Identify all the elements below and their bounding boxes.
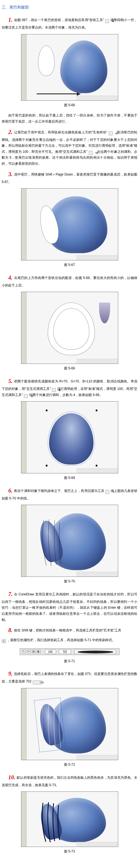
step-number-5: 5. (8, 378, 12, 384)
figure-5-73-caption: 图 5-73 (2, 848, 137, 855)
figure-5-71: ✎✒▤◧ 100 702 (2, 647, 137, 657)
figure-5-71-caption: 图 5-71 (2, 658, 137, 664)
figure-5-70 (2, 505, 137, 577)
step-number-7: 7. (8, 591, 12, 597)
step-1-paragraph: 1. 如图 067，画出一个尾巴的形状，原地复制后再用“形状工具” ◆ 调整得稍… (2, 15, 137, 31)
tail-black-lines-svg (38, 801, 65, 843)
value-box-icon: 702 (33, 681, 42, 684)
figure-5-66-caption: 图 5-66 (2, 102, 137, 108)
figure-5-72-image (21, 688, 118, 760)
blend-tool-icon-2: ▤ (24, 394, 28, 398)
step-number-6: 6. (8, 488, 12, 494)
figure-5-66-image (21, 34, 118, 101)
figure-5-66 (2, 34, 137, 101)
step-number-4: 4. (8, 275, 12, 281)
section-heading: 三、尾巴和腹部 (2, 4, 137, 11)
step-number-2: 2. (8, 129, 12, 135)
bezier-tool-icon: ✎ (105, 490, 109, 494)
step-8b-paragraph: ✒ ，观察它的属性栏，我们选择笔刷工具，再选择如图 5-71 中的笔刷样式。 (2, 637, 137, 643)
step-number-3: 3. (8, 171, 12, 177)
step-6-paragraph: 6. 将这个调和对象下移到身体之下、尾巴之上，再用贝赛尔工具 ✎ 画上图画几条形… (2, 486, 137, 502)
figure-5-67-caption: 图 5-67 (2, 262, 137, 268)
figure-5-72-caption: 图 5-72 (2, 762, 137, 768)
step-2-text-a: 让尾巴处于选中状态，再用鼠标右击颜色面板上方的“无色样块” (14, 130, 108, 134)
step-5-text-c: 对两个对象进行调和，步数为 4，效果如图 5-69。 (29, 393, 103, 397)
artistic-brush-tool-icon: ✒ (2, 639, 6, 643)
step-8-text: 按住 Shift 键，把刚才的线条一根根选中，再选择工具栏里的“艺术笔”工具 (14, 628, 121, 632)
figure-5-70-caption: 图 5-70 (2, 579, 137, 585)
step-4-paragraph: 4. 在尾巴的上方再画两个形状近似的图形，如图 5-68。要先画大的再画小的，以… (2, 273, 137, 289)
step-7-text: 在 CorelDraw 里用贝赛尔工具画线时，默认的情况是只有当前的线才封闭，所… (2, 592, 137, 622)
blend-tool-icon: ▤ (89, 151, 93, 155)
step-6-text-a: 将这个调和对象下移到身体之下、尾巴之上，再用贝赛尔工具 (14, 489, 104, 493)
tail-lines-svg (38, 517, 66, 567)
figure-5-69 (2, 401, 137, 473)
step-5-paragraph: 5. 把两个图形都填充成颜色值为 R=70、G=70、B=110 的颜色，取消边… (2, 376, 137, 398)
step-8b-text: ，观察它的属性栏，我们选择笔刷工具，再选择如图 5-71 中的笔刷样式。 (7, 638, 115, 642)
step-number-1: 1. (8, 17, 12, 23)
figure-5-67-image (21, 188, 118, 260)
figure-5-70-image (21, 505, 118, 577)
step-3-paragraph: 3. 选中尾巴，用快捷键 Shift＋Page Down，直接把尾巴置于图像的最… (2, 169, 137, 185)
svg-point-0 (77, 651, 113, 653)
step-7-paragraph: 7. 在 CorelDraw 里用贝赛尔工具画线时，默认的情况是只有当前的线才封… (2, 589, 137, 623)
figure-5-72 (2, 688, 137, 760)
step-8-paragraph: 8. 按住 Shift 键，把刚才的线条一根根选中，再选择工具栏里的“艺术笔”工… (2, 625, 137, 635)
step-number-9: 9. (8, 671, 12, 677)
figure-5-69-image (21, 401, 118, 473)
figure-5-68 (2, 292, 137, 364)
step-2-paragraph: 2. 让尾巴处于选中状态，再用鼠标右击颜色面板上方的“无色样块” ⊠ ，取消尾巴… (2, 127, 137, 167)
step-9-paragraph: 9. 选择笔刷后，尾巴上条调的线条有了变化，如图 073。但是要注意更改属性栏里… (2, 669, 137, 685)
figure-5-73-image (21, 792, 118, 847)
figure-5-69-caption: 图 5-69 (2, 475, 137, 481)
step-4-text: 在尾巴的上方再画两个形状近似的图形，如图 5-68。要先画大的再画小的，以确保小… (2, 276, 137, 287)
figure-5-68-image (21, 292, 118, 364)
step-10-paragraph: 10. 默认的笔刷是无填充色的，我们点击四色面板上的黑色色块，为其填充为黑色。全… (2, 772, 137, 788)
no-color-swatch-icon: ⊠ (109, 131, 113, 135)
figure-5-67 (2, 188, 137, 260)
shape-tool-icon: ◆ (105, 19, 109, 23)
step-3-text: 选中尾巴，用快捷键 Shift＋Page Down，直接把尾巴置于图像的最底层，… (2, 173, 137, 184)
step-1-text-a: 如图 067，画出一个尾巴的形状，原地复制后再用“形状工具” (14, 18, 104, 22)
step-number-10: 10. (8, 774, 15, 780)
transparency-tool-icon: ◧ (52, 388, 56, 392)
figure-5-73 (2, 792, 137, 847)
step-9-text: 选择笔刷后，尾巴上条调的线条有了变化，如图 073。但是要注意更改属性栏里的数值… (2, 672, 137, 683)
paragraph-after-566: 由于尾巴是斜画的，所以处于最上层，挡住了一部分身体。但为了操作方便，不要急于将尾… (2, 113, 137, 125)
step-10-text: 默认的笔刷是无填充色的，我们点击四色面板上的黑色色块，为其填充为黑色。全选尾巴充… (2, 776, 137, 787)
figure-5-68-caption: 图 5-68 (2, 366, 137, 372)
figure-5-71-image: ✎✒▤◧ 100 702 (20, 648, 119, 655)
step-number-8: 8. (8, 627, 12, 633)
